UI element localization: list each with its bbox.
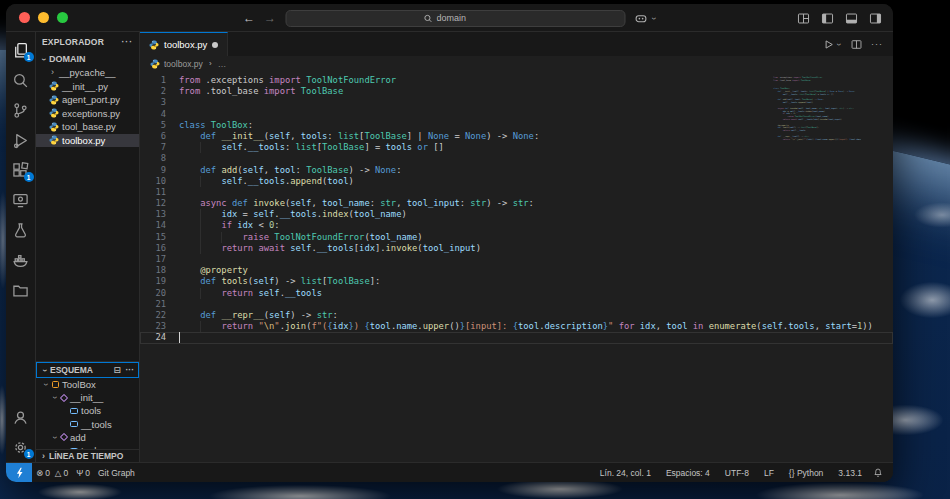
code-line-6[interactable]: 6 def __init__(self, tools: list[ToolBas… [140, 131, 893, 142]
toggle-panel-icon[interactable] [845, 12, 858, 25]
code-line-13[interactable]: 13 idx = self.__tools.index(tool_name) [140, 209, 893, 220]
activity-item-source-control[interactable] [7, 95, 35, 125]
activity-item-remote-explorer[interactable] [7, 185, 35, 215]
encoding-indicator[interactable]: UTF-8 [721, 468, 753, 478]
line-number[interactable]: 13 [140, 209, 166, 220]
forward-arrow-icon[interactable]: → [264, 12, 276, 24]
line-number[interactable]: 7 [140, 142, 166, 153]
timeline-section-header[interactable]: › LÍNEA DE TIEMPO [36, 449, 139, 462]
code-line-19[interactable]: 19 def tools(self) -> list[ToolBase]: [140, 276, 893, 287]
back-arrow-icon[interactable]: ← [243, 12, 255, 24]
outline-actions-button[interactable]: ··· [126, 365, 135, 375]
activity-item-run-and-debug[interactable] [7, 125, 35, 155]
code-line-11[interactable]: 11 [140, 187, 893, 198]
code-line-14[interactable]: 14 if idx < 0: [140, 220, 893, 231]
file-item-agent_port.py[interactable]: agent_port.py [36, 93, 139, 107]
line-col-indicator[interactable]: Lín. 24, col. 1 [596, 468, 655, 478]
code-line-4[interactable]: 4 [140, 109, 893, 120]
code-line-3[interactable]: 3 [140, 97, 893, 108]
file-item-__pycache__[interactable]: ›__pycache__ [36, 66, 139, 80]
outline-item-__tools[interactable]: __tools [36, 418, 139, 431]
line-number[interactable]: 14 [140, 220, 166, 231]
line-number[interactable]: 16 [140, 243, 166, 254]
activity-item-extensions[interactable]: 1 [7, 155, 35, 185]
outline-header[interactable]: › ESQUEMA ⊟ ··· [36, 362, 139, 378]
line-number[interactable]: 19 [140, 276, 166, 287]
line-number[interactable]: 1 [140, 75, 166, 86]
line-number[interactable]: 11 [140, 187, 166, 198]
outline-item-__init__[interactable]: ›__init__ [36, 391, 139, 404]
breadcrumb[interactable]: toolbox.py › … [140, 56, 893, 72]
code-line-9[interactable]: 9 def add(self, tool: ToolBase) -> None: [140, 165, 893, 176]
file-item-exceptions.py[interactable]: exceptions.py [36, 107, 139, 121]
file-item-tool_base.py[interactable]: tool_base.py [36, 120, 139, 134]
line-number[interactable]: 24 [140, 332, 166, 343]
line-number[interactable]: 3 [140, 97, 166, 108]
maximize-window-button[interactable] [57, 12, 68, 23]
tab-toolbox-py[interactable]: toolbox.py [140, 32, 228, 56]
modified-dot-icon[interactable] [212, 42, 218, 48]
root-folder-row[interactable]: › DOMAIN [36, 52, 139, 66]
line-number[interactable]: 8 [140, 153, 166, 164]
run-python-file-button[interactable]: › [823, 39, 842, 50]
notifications-bell-icon[interactable] [873, 467, 883, 478]
code-line-24[interactable]: 24 [140, 332, 893, 343]
line-number[interactable]: 18 [140, 265, 166, 276]
code-line-12[interactable]: 12 async def invoke(self, tool_name: str… [140, 198, 893, 209]
activity-item-docker[interactable] [7, 245, 35, 275]
line-number[interactable]: 15 [140, 232, 166, 243]
breadcrumb-file[interactable]: toolbox.py [164, 59, 203, 69]
activity-item-search[interactable] [7, 65, 35, 95]
copilot-menu[interactable]: › [634, 12, 656, 25]
line-number[interactable]: 6 [140, 131, 166, 142]
activity-item-testing[interactable] [7, 215, 35, 245]
activity-item-accounts[interactable] [7, 402, 35, 432]
line-number[interactable]: 5 [140, 120, 166, 131]
activity-item-explorer[interactable]: 1 [7, 35, 35, 65]
code-line-22[interactable]: 22 def __repr__(self) -> str: [140, 310, 893, 321]
command-center-search[interactable] [285, 10, 625, 27]
code-editor[interactable]: from .exceptions import ToolNotFoundErro… [140, 72, 893, 462]
file-item-__init__.py[interactable]: __init__.py [36, 80, 139, 94]
minimize-window-button[interactable] [38, 12, 49, 23]
split-editor-icon[interactable] [851, 39, 862, 50]
explorer-actions-button[interactable]: ··· [122, 37, 134, 47]
code-line-18[interactable]: 18 @property [140, 265, 893, 276]
search-input[interactable] [437, 13, 487, 23]
line-number[interactable]: 17 [140, 254, 166, 265]
activity-item-project-folders[interactable] [7, 275, 35, 305]
code-line-10[interactable]: 10 self.__tools.append(tool) [140, 176, 893, 187]
code-line-7[interactable]: 7 self.__tools: list[ToolBase] = tools o… [140, 142, 893, 153]
language-indicator[interactable]: {} Python [785, 468, 828, 478]
line-number[interactable]: 12 [140, 198, 166, 209]
code-line-1[interactable]: 1from .exceptions import ToolNotFoundErr… [140, 75, 893, 86]
customize-layout-icon[interactable] [797, 12, 810, 25]
breadcrumb-symbol[interactable]: … [218, 59, 227, 69]
python-version-indicator[interactable]: 3.13.1 [834, 468, 866, 478]
code-line-20[interactable]: 20 return self.__tools [140, 288, 893, 299]
line-number[interactable]: 21 [140, 299, 166, 310]
ports-indicator[interactable]: Ψ 0 [72, 468, 94, 478]
toggle-secondary-sidebar-icon[interactable] [869, 12, 882, 25]
line-number[interactable]: 10 [140, 176, 166, 187]
outline-item-add[interactable]: ›add [36, 431, 139, 444]
code-line-21[interactable]: 21 [140, 299, 893, 310]
eol-indicator[interactable]: LF [760, 468, 778, 478]
line-number[interactable]: 22 [140, 310, 166, 321]
line-number[interactable]: 23 [140, 321, 166, 332]
code-line-16[interactable]: 16 return await self.__tools[idx].invoke… [140, 243, 893, 254]
close-window-button[interactable] [19, 12, 30, 23]
more-actions-button[interactable]: ··· [871, 39, 883, 49]
indent-indicator[interactable]: Espacios: 4 [662, 468, 714, 478]
code-line-23[interactable]: 23 return "\n".join(f"({idx}) {tool.name… [140, 321, 893, 332]
toggle-primary-sidebar-icon[interactable] [821, 12, 834, 25]
line-number[interactable]: 2 [140, 86, 166, 97]
line-number[interactable]: 4 [140, 109, 166, 120]
code-line-15[interactable]: 15 raise ToolNotFoundError(tool_name) [140, 232, 893, 243]
code-line-8[interactable]: 8 [140, 153, 893, 164]
remote-indicator[interactable] [6, 463, 32, 482]
outline-item-tools[interactable]: tools [36, 404, 139, 417]
problems-indicator[interactable]: ⊗ 0 △ 0 [32, 468, 72, 478]
collapse-all-icon[interactable]: ⊟ [113, 365, 120, 375]
git-graph-button[interactable]: Git Graph [94, 468, 139, 478]
